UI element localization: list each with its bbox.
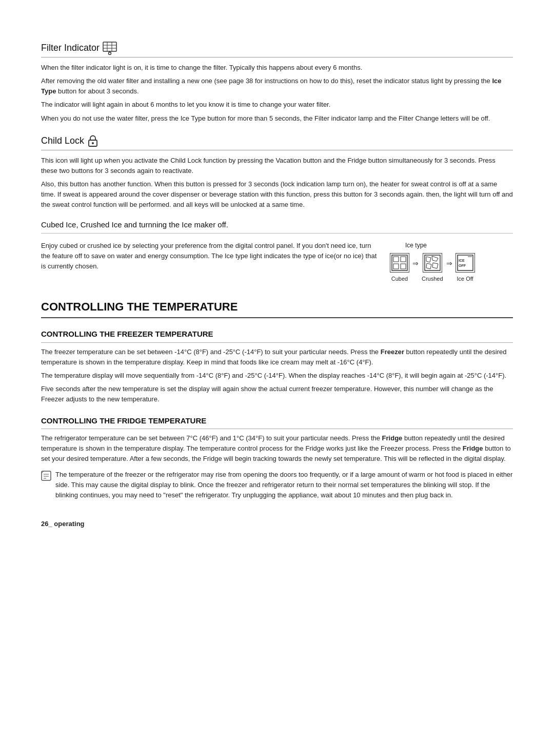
ice-icons-row: Cubed ⇒ [390, 253, 475, 283]
note-icon [41, 471, 51, 484]
arrow-1: ⇒ [412, 258, 419, 269]
svg-rect-23 [42, 471, 51, 480]
cubed-ice-box: Cubed [390, 253, 409, 283]
filter-indicator-section: Filter Indicator When the filter indicat… [41, 41, 513, 124]
child-lock-para-2: Also, this button has another function. … [41, 179, 513, 210]
ice-off-box: ICE OFF Ice Off [456, 253, 475, 283]
svg-rect-0 [103, 42, 116, 51]
filter-para-4: When you do not use the water filter, pr… [41, 113, 513, 124]
ice-off-label: Ice Off [457, 275, 473, 283]
page-number: 26 [41, 520, 48, 528]
ice-type-label: Ice type [390, 241, 427, 250]
lock-icon [87, 134, 98, 147]
svg-marker-15 [426, 257, 431, 262]
page-footer: 26_ operating [41, 519, 513, 529]
arrow-2: ⇒ [446, 258, 452, 269]
filter-title: Filter Indicator [41, 41, 100, 55]
child-lock-title: Child Lock [41, 134, 84, 148]
child-lock-para-1: This icon will light up when you activat… [41, 156, 513, 176]
ice-header: Cubed Ice, Crushed Ice and turnning the … [41, 219, 513, 234]
ice-body: Enjoy cubed or crushed ice by selecting … [41, 241, 380, 272]
filter-para-3: The indicator will light again in about … [41, 100, 513, 110]
filter-para-1: When the filter indicator light is on, i… [41, 63, 513, 73]
cubed-icon [390, 253, 409, 273]
svg-text:ICE: ICE [459, 259, 465, 262]
freezer-section: CONTROLLING THE FREEZER TEMPERATURE The … [41, 328, 513, 404]
crushed-icon [423, 253, 442, 273]
svg-rect-19 [458, 255, 473, 270]
fridge-note: The temperature of the freezer or the re… [55, 470, 513, 500]
filter-header: Filter Indicator [41, 41, 513, 57]
svg-rect-13 [401, 264, 406, 269]
svg-marker-17 [426, 263, 431, 269]
svg-text:OFF: OFF [459, 264, 466, 267]
controlling-temp-title: CONTROLLING THE TEMPERATURE [41, 300, 238, 313]
fridge-title: CONTROLLING THE FRIDGE TEMPERATURE [41, 416, 206, 425]
svg-rect-11 [401, 257, 406, 262]
fridge-header: CONTROLLING THE FRIDGE TEMPERATURE [41, 415, 513, 430]
svg-rect-10 [393, 257, 399, 262]
child-lock-section: Child Lock This icon will light up when … [41, 134, 513, 210]
freezer-para-1: The freezer temperature can be set betwe… [41, 347, 513, 367]
svg-marker-16 [432, 256, 438, 261]
controlling-temp-section: CONTROLLING THE TEMPERATURE CONTROLLING … [41, 298, 513, 503]
controlling-temp-header: CONTROLLING THE TEMPERATURE [41, 298, 513, 318]
svg-marker-18 [432, 263, 438, 268]
svg-rect-12 [393, 264, 399, 269]
ice-type-container: Enjoy cubed or crushed ice by selecting … [41, 241, 513, 283]
ice-title: Cubed Ice, Crushed Ice and turnning the … [41, 219, 228, 231]
note-block: The temperature of the freezer or the re… [41, 470, 513, 503]
filter-para-2: After removing the old water filter and … [41, 76, 513, 96]
svg-rect-9 [392, 255, 407, 270]
crushed-label: Crushed [422, 275, 443, 283]
freezer-para-3: Five seconds after the new temperature i… [41, 384, 513, 404]
svg-point-5 [109, 52, 111, 54]
cubed-label: Cubed [391, 275, 408, 283]
svg-point-8 [92, 142, 94, 144]
ice-off-icon: ICE OFF [456, 253, 475, 273]
ice-diagram: Ice type Cubed [390, 241, 513, 283]
freezer-para-2: The temperature display will move sequen… [41, 371, 513, 381]
page-label: operating [54, 520, 84, 528]
child-lock-header: Child Lock [41, 134, 513, 150]
freezer-header: CONTROLLING THE FREEZER TEMPERATURE [41, 328, 513, 343]
fridge-section: CONTROLLING THE FRIDGE TEMPERATURE The r… [41, 415, 513, 503]
freezer-title: CONTROLLING THE FREEZER TEMPERATURE [41, 329, 213, 338]
ice-section: Cubed Ice, Crushed Ice and turnning the … [41, 219, 513, 283]
ice-text-block: Enjoy cubed or crushed ice by selecting … [41, 241, 380, 283]
fridge-para-1: The refrigerator temperature can be set … [41, 433, 513, 464]
filter-icon [103, 42, 117, 55]
crushed-ice-box: Crushed [422, 253, 443, 283]
